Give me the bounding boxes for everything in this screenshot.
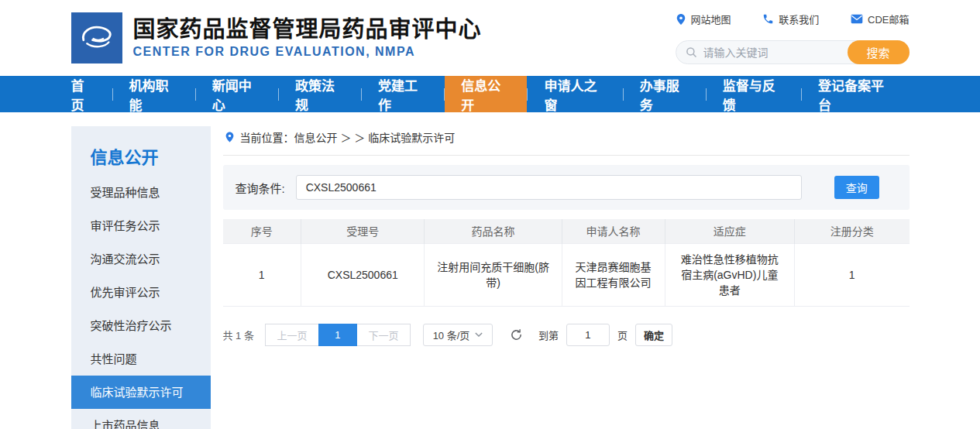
column-header-indication: 适应症 [665, 219, 794, 243]
cde-mail-link[interactable]: CDE邮箱 [851, 12, 909, 26]
query-panel: 查询条件: 查询 [223, 165, 910, 210]
search-icon [686, 46, 697, 58]
refresh-icon[interactable] [510, 328, 523, 341]
goto-suffix: 页 [617, 328, 628, 342]
goto-prefix: 到第 [538, 328, 559, 342]
cell-applicant-name: 天津昂赛细胞基因工程有限公司 [562, 243, 665, 306]
phone-icon [762, 13, 774, 25]
envelope-icon [851, 14, 863, 24]
header-right: 网站地图 联系我们 CDE邮箱 [676, 12, 910, 64]
nav-item-applicant-window[interactable]: 申请人之窗 [528, 76, 622, 112]
column-header-applicant-name: 申请人名称 [562, 219, 665, 243]
nav-item-services[interactable]: 办事服务 [624, 76, 706, 112]
contact-link[interactable]: 联系我们 [762, 12, 819, 26]
page-1-button[interactable]: 1 [318, 324, 357, 346]
goto-page: 到第 页 确定 [538, 324, 672, 346]
site-search: 搜索 [676, 40, 910, 64]
column-header-drug-name: 药品名称 [425, 219, 562, 243]
sidebar: 信息公开 受理品种信息 审评任务公示 沟通交流公示 优先审评公示 突破性治疗公示… [71, 126, 211, 429]
nav-item-functions[interactable]: 机构职能 [113, 76, 195, 112]
eagle-swoosh-icon [74, 15, 119, 60]
column-header-index: 序号 [223, 219, 301, 243]
column-header-registration-category: 注册分类 [795, 219, 910, 243]
pagination-total: 共 1 条 [223, 328, 254, 342]
sidebar-item-breakthrough-therapy[interactable]: 突破性治疗公示 [71, 309, 211, 342]
sidebar-item-priority-review[interactable]: 优先审评公示 [71, 276, 211, 309]
pagination: 共 1 条 上一页 1 下一页 10 条/页 到第 页 确定 [223, 324, 910, 346]
cell-acceptance-number: CXSL2500661 [301, 243, 425, 306]
main-nav: 首页 机构职能 新闻中心 政策法规 党建工作 信息公开 申请人之窗 办事服务 监… [0, 76, 980, 112]
site-header: 国家药品监督管理局药品审评中心 CENTER FOR DRUG EVALUATI… [0, 0, 980, 76]
nav-item-policy[interactable]: 政策法规 [279, 76, 361, 112]
nav-item-news[interactable]: 新闻中心 [196, 76, 278, 112]
site-subtitle: CENTER FOR DRUG EVALUATION, NMPA [133, 45, 482, 59]
cell-indication: 难治性急性移植物抗宿主病(aGvHD)儿童患者 [665, 243, 794, 306]
nav-item-home[interactable]: 首页 [71, 76, 112, 112]
breadcrumb: 当前位置：信息公开 ＞ ＞ 临床试验默示许可 [223, 126, 910, 156]
brand-text: 国家药品监督管理局药品审评中心 CENTER FOR DRUG EVALUATI… [133, 17, 482, 59]
sitemap-link[interactable]: 网站地图 [676, 12, 731, 26]
query-label: 查询条件: [236, 180, 285, 196]
brand: 国家药品监督管理局药品审评中心 CENTER FOR DRUG EVALUATI… [71, 12, 482, 63]
search-button[interactable]: 搜索 [848, 40, 910, 64]
next-page-button[interactable]: 下一页 [356, 324, 411, 346]
sidebar-item-common-questions[interactable]: 共性问题 [71, 342, 211, 376]
table-row: 1 CXSL2500661 注射用间充质干细胞(脐带) 天津昂赛细胞基因工程有限… [223, 243, 910, 306]
nav-item-registration-platform[interactable]: 登记备案平台 [802, 76, 909, 112]
nav-item-supervision[interactable]: 监督与反馈 [707, 76, 801, 112]
query-input[interactable] [296, 175, 802, 200]
sidebar-title: 信息公开 [71, 137, 211, 176]
confirm-button[interactable]: 确定 [635, 324, 672, 346]
query-button[interactable]: 查询 [834, 176, 879, 199]
table-header-row: 序号 受理号 药品名称 申请人名称 适应症 注册分类 [223, 219, 910, 243]
chevron-down-icon [475, 332, 483, 337]
results-table: 序号 受理号 药品名称 申请人名称 适应症 注册分类 1 CXSL2500661… [223, 219, 910, 307]
cell-drug-name: 注射用间充质干细胞(脐带) [425, 243, 562, 306]
page-size-select[interactable]: 10 条/页 [423, 324, 493, 346]
cell-registration-category: 1 [795, 243, 910, 306]
cde-logo [71, 12, 122, 63]
sidebar-item-communication[interactable]: 沟通交流公示 [71, 242, 211, 276]
sidebar-item-clinical-trial-implied-license[interactable]: 临床试验默示许可 [71, 376, 211, 409]
quick-links: 网站地图 联系我们 CDE邮箱 [676, 12, 910, 26]
location-pin-icon [676, 13, 686, 26]
main-panel: 当前位置：信息公开 ＞ ＞ 临床试验默示许可 查询条件: 查询 序号 受理号 药… [223, 126, 910, 429]
cell-index: 1 [223, 243, 301, 306]
breadcrumb-text: 当前位置：信息公开 ＞ ＞ 临床试验默示许可 [240, 129, 456, 145]
column-header-acceptance-number: 受理号 [301, 219, 425, 243]
site-title: 国家药品监督管理局药品审评中心 [133, 17, 482, 43]
location-pin-icon [225, 131, 235, 143]
sidebar-item-accepted-varieties[interactable]: 受理品种信息 [71, 176, 211, 209]
goto-page-input[interactable] [566, 324, 610, 346]
nav-item-party[interactable]: 党建工作 [362, 76, 444, 112]
prev-page-button[interactable]: 上一页 [265, 324, 319, 346]
sidebar-item-review-tasks[interactable]: 审评任务公示 [71, 209, 211, 242]
sidebar-item-marketed-drugs[interactable]: 上市药品信息 [71, 409, 211, 429]
search-input[interactable] [703, 46, 835, 59]
nav-item-info-disclosure[interactable]: 信息公开 [445, 76, 527, 112]
